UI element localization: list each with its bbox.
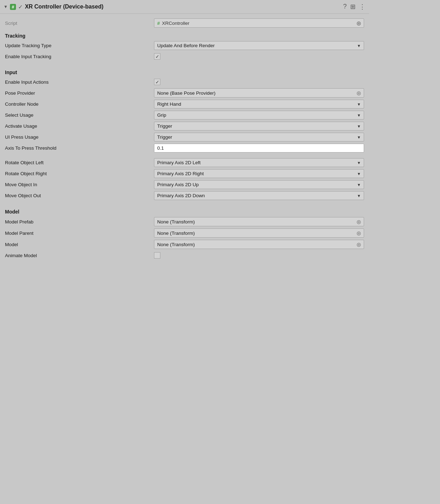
model-section-header: Model — [5, 205, 364, 216]
model-parent-control[interactable]: None (Transform) ◎ — [154, 228, 364, 238]
activate-usage-row: Activate Usage Trigger ▼ — [5, 121, 364, 132]
axis-to-press-threshold-control[interactable]: 0.1 — [154, 144, 364, 153]
script-field-hash: # — [157, 21, 160, 26]
move-object-in-row: Move Object In Primary Axis 2D Up ▼ — [5, 179, 364, 190]
pose-provider-label: Pose Provider — [5, 90, 154, 96]
model-title: Model — [5, 209, 154, 215]
enable-input-actions-checkbox[interactable] — [154, 79, 160, 85]
model-value: None (Transform) — [157, 242, 195, 247]
header-actions: ? ⊞ ⋮ — [343, 3, 365, 11]
move-object-out-label: Move Object Out — [5, 193, 154, 198]
move-object-out-value: Primary Axis 2D Down — [157, 193, 205, 198]
axis-to-press-threshold-label: Axis To Press Threshold — [5, 145, 154, 151]
enable-input-tracking-checkbox[interactable] — [154, 53, 160, 60]
axis-to-press-threshold-row: Axis To Press Threshold 0.1 — [5, 143, 364, 154]
controller-node-label: Controller Node — [5, 101, 154, 107]
script-field-value: XRController — [162, 21, 189, 26]
pose-provider-row: Pose Provider None (Base Pose Provider) … — [5, 87, 364, 99]
dropdown-arrow-icon: ▼ — [357, 194, 361, 198]
input-title: Input — [5, 70, 154, 75]
select-usage-label: Select Usage — [5, 112, 154, 118]
enabled-checkbox-icon[interactable]: ✓ — [18, 4, 23, 10]
script-field[interactable]: #XRController ◎ — [154, 18, 364, 28]
model-prefab-target-icon: ◎ — [357, 219, 361, 225]
enable-input-actions-control — [154, 79, 364, 85]
enable-input-tracking-row: Enable Input Tracking — [5, 51, 364, 62]
model-prefab-row: Model Prefab None (Transform) ◎ — [5, 216, 364, 227]
model-parent-row: Model Parent None (Transform) ◎ — [5, 227, 364, 239]
enable-input-actions-row: Enable Input Actions — [5, 77, 364, 87]
ui-press-usage-row: UI Press Usage Trigger ▼ — [5, 132, 364, 143]
pose-provider-value: None (Base Pose Provider) — [157, 90, 215, 96]
xr-controller-panel: ▼ # ✓ XR Controller (Device-based) ? ⊞ ⋮… — [0, 0, 369, 264]
model-parent-target-icon: ◎ — [357, 230, 361, 236]
activate-usage-value: Trigger — [157, 123, 172, 129]
update-tracking-type-row: Update Tracking Type Update And Before R… — [5, 40, 364, 51]
dropdown-arrow-icon: ▼ — [357, 183, 361, 187]
animate-model-checkbox[interactable] — [154, 252, 160, 259]
script-row: Script #XRController ◎ — [5, 17, 364, 29]
enable-input-tracking-control — [154, 53, 364, 60]
controller-node-control[interactable]: Right Hand ▼ — [154, 100, 364, 109]
controller-node-row: Controller Node Right Hand ▼ — [5, 99, 364, 110]
move-object-in-control[interactable]: Primary Axis 2D Up ▼ — [154, 180, 364, 189]
rotate-object-left-row: Rotate Object Left Primary Axis 2D Left … — [5, 157, 364, 168]
help-icon[interactable]: ? — [343, 3, 347, 11]
rotate-object-right-value: Primary Axis 2D Right — [157, 171, 204, 176]
enable-input-actions-label: Enable Input Actions — [5, 79, 154, 85]
rotate-object-right-label: Rotate Object Right — [5, 171, 154, 176]
dropdown-arrow-icon: ▼ — [357, 124, 361, 128]
dropdown-arrow-icon: ▼ — [357, 135, 361, 139]
collapse-arrow-icon[interactable]: ▼ — [4, 4, 8, 9]
input-section-header: Input — [5, 65, 364, 77]
ui-press-usage-value: Trigger — [157, 134, 172, 140]
update-tracking-type-value: Update And Before Render — [157, 43, 215, 48]
select-usage-control[interactable]: Grip ▼ — [154, 111, 364, 120]
divider-2 — [5, 154, 364, 157]
dropdown-arrow-icon: ▼ — [357, 161, 361, 165]
settings-icon[interactable]: ⊞ — [350, 3, 356, 11]
move-object-out-control[interactable]: Primary Axis 2D Down ▼ — [154, 191, 364, 200]
divider-1 — [5, 62, 364, 65]
panel-title: XR Controller (Device-based) — [25, 4, 341, 10]
move-object-in-value: Primary Axis 2D Up — [157, 182, 199, 187]
model-control[interactable]: None (Transform) ◎ — [154, 240, 364, 249]
activate-usage-control[interactable]: Trigger ▼ — [154, 122, 364, 131]
dropdown-arrow-icon: ▼ — [357, 102, 361, 106]
dropdown-arrow-icon: ▼ — [357, 113, 361, 117]
rotate-object-left-control[interactable]: Primary Axis 2D Left ▼ — [154, 158, 364, 167]
move-object-out-row: Move Object Out Primary Axis 2D Down ▼ — [5, 190, 364, 201]
model-row: Model None (Transform) ◎ — [5, 239, 364, 250]
script-label: Script — [5, 21, 154, 26]
model-parent-label: Model Parent — [5, 231, 154, 236]
model-prefab-control[interactable]: None (Transform) ◎ — [154, 217, 364, 226]
ui-press-usage-label: UI Press Usage — [5, 134, 154, 140]
pose-provider-control[interactable]: None (Base Pose Provider) ◎ — [154, 88, 364, 98]
divider-3 — [5, 201, 364, 205]
ui-press-usage-control[interactable]: Trigger ▼ — [154, 133, 364, 142]
enable-input-tracking-label: Enable Input Tracking — [5, 54, 154, 59]
more-options-icon[interactable]: ⋮ — [359, 3, 365, 11]
animate-model-label: Animate Model — [5, 253, 154, 258]
model-prefab-label: Model Prefab — [5, 219, 154, 225]
animate-model-row: Animate Model — [5, 250, 364, 261]
tracking-title: Tracking — [5, 33, 154, 39]
animate-model-control — [154, 252, 364, 259]
dropdown-arrow-icon: ▼ — [357, 172, 361, 176]
pose-provider-target-icon: ◎ — [357, 90, 361, 96]
rotate-object-right-control[interactable]: Primary Axis 2D Right ▼ — [154, 169, 364, 178]
axis-to-press-threshold-input[interactable]: 0.1 — [154, 144, 364, 153]
model-parent-value: None (Transform) — [157, 231, 195, 236]
dropdown-arrow-icon: ▼ — [357, 44, 361, 48]
update-tracking-type-control[interactable]: Update And Before Render ▼ — [154, 41, 364, 50]
select-usage-value: Grip — [157, 112, 166, 118]
model-label: Model — [5, 242, 154, 247]
script-hash-icon: # — [10, 4, 16, 10]
rotate-object-right-row: Rotate Object Right Primary Axis 2D Righ… — [5, 168, 364, 179]
controller-node-value: Right Hand — [157, 101, 181, 107]
rotate-object-left-value: Primary Axis 2D Left — [157, 160, 200, 165]
activate-usage-label: Activate Usage — [5, 123, 154, 129]
select-usage-row: Select Usage Grip ▼ — [5, 110, 364, 121]
script-target-icon: ◎ — [357, 20, 361, 26]
model-target-icon: ◎ — [357, 242, 361, 247]
